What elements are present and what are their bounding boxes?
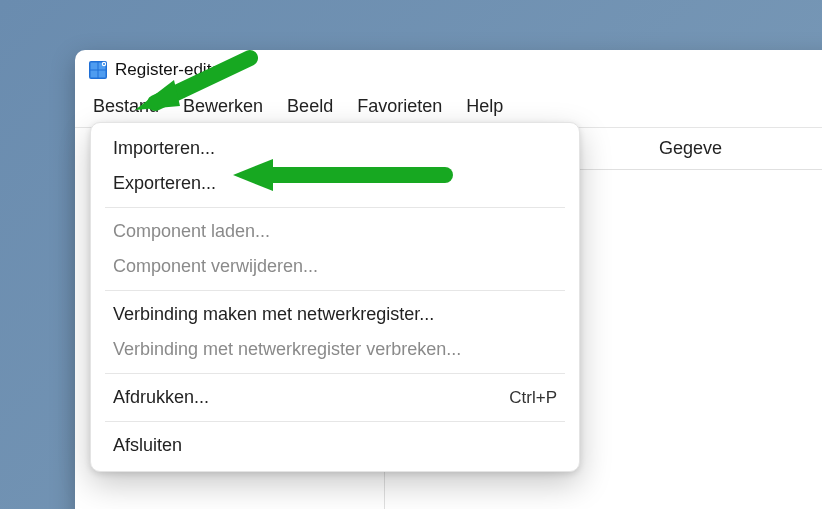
menu-item-label: Afsluiten [113,435,182,456]
menu-separator [105,290,565,291]
menu-item-label: Verbinding maken met netwerkregister... [113,304,434,325]
menu-bestand[interactable]: Bestand [81,90,171,123]
menu-item-label: Afdrukken... [113,387,209,408]
menu-item-label: Exporteren... [113,173,216,194]
menu-load-hive: Component laden... [91,214,579,249]
menu-disconnect-network: Verbinding met netwerkregister verbreken… [91,332,579,367]
column-header-data[interactable]: Gegeve [645,128,822,169]
menu-connect-network[interactable]: Verbinding maken met netwerkregister... [91,297,579,332]
app-icon [89,61,107,79]
menu-export[interactable]: Exporteren... [91,166,579,201]
menu-separator [105,207,565,208]
svg-rect-1 [91,63,98,70]
menu-print[interactable]: Afdrukken... Ctrl+P [91,380,579,415]
menu-unload-hive: Component verwijderen... [91,249,579,284]
menu-item-label: Component laden... [113,221,270,242]
menu-item-label: Importeren... [113,138,215,159]
menu-item-shortcut: Ctrl+P [509,388,557,408]
window-title: Register-editor [115,60,227,80]
menu-item-label: Component verwijderen... [113,256,318,277]
menu-item-label: Verbinding met netwerkregister verbreken… [113,339,461,360]
menu-bewerken[interactable]: Bewerken [171,90,275,123]
menu-beeld[interactable]: Beeld [275,90,345,123]
menu-separator [105,421,565,422]
menu-separator [105,373,565,374]
svg-rect-4 [99,71,106,78]
menu-import[interactable]: Importeren... [91,131,579,166]
svg-point-6 [103,63,105,65]
menu-exit[interactable]: Afsluiten [91,428,579,463]
menu-help[interactable]: Help [454,90,515,123]
titlebar: Register-editor [75,50,822,86]
menu-favorieten[interactable]: Favorieten [345,90,454,123]
svg-rect-3 [91,71,98,78]
file-menu-dropdown: Importeren... Exporteren... Component la… [90,122,580,472]
